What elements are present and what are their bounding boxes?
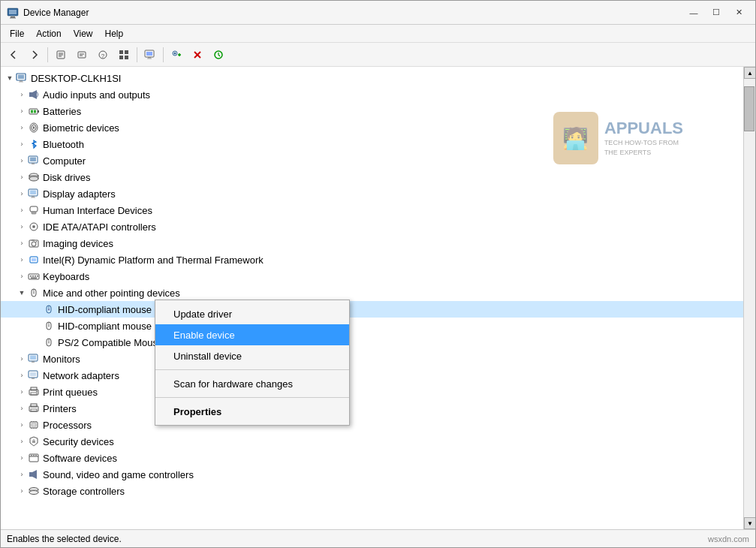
remove-button[interactable] [188, 45, 207, 65]
svg-rect-62 [32, 258, 36, 261]
minimize-button[interactable]: — [683, 5, 704, 21]
add-button[interactable] [167, 45, 186, 65]
svg-point-47 [29, 176, 38, 181]
ctx-update-driver[interactable]: Update driver [155, 303, 349, 324]
tree-item-hid-mouse-2[interactable]: HID-compliant mouse [1, 318, 743, 334]
security-icon [28, 435, 40, 447]
tree-panel[interactable]: ▼ DESKTOP-CLKH1SI › Audio [1, 67, 743, 529]
tree-item-computer[interactable]: › Computer [1, 152, 743, 169]
svg-marker-33 [32, 90, 37, 99]
hid-mouse1-expand [31, 303, 43, 315]
window-controls: — ☐ ✕ [683, 5, 749, 21]
menu-action[interactable]: Action [30, 25, 67, 42]
monitor-button[interactable] [140, 45, 160, 65]
ctx-separator-2 [155, 397, 349, 398]
tree-item-mice[interactable]: ▼ Mice and other pointing devices [1, 285, 743, 301]
svg-rect-83 [32, 362, 35, 363]
svg-point-74 [48, 309, 50, 311]
svg-rect-109 [29, 472, 32, 477]
menu-help[interactable]: Help [99, 25, 130, 42]
ps2-icon [43, 336, 55, 348]
tree-item-printq[interactable]: › Print queues [1, 384, 743, 400]
svg-rect-35 [38, 110, 39, 113]
svg-rect-65 [32, 276, 34, 277]
scroll-down-btn[interactable]: ▼ [744, 517, 755, 529]
mice-expand: ▼ [16, 287, 28, 299]
disk-label: Disk drives [43, 172, 91, 183]
keyboards-label: Keyboards [43, 271, 89, 282]
svg-rect-44 [32, 164, 35, 164]
svg-rect-1 [9, 10, 17, 14]
view-button[interactable] [114, 45, 134, 65]
tree-item-software[interactable]: › Software devices [1, 450, 743, 466]
tree-item-hid[interactable]: › Human Interface Devices [1, 202, 743, 218]
tree-item-audio[interactable]: › Audio inputs and outputs [1, 86, 743, 103]
storage-icon [28, 485, 40, 497]
maximize-button[interactable]: ☐ [706, 5, 727, 21]
display-label: Display adapters [43, 188, 116, 200]
tree-item-sound[interactable]: › Sound, video and game controllers [1, 466, 743, 483]
scan-button[interactable] [209, 45, 228, 65]
tree-item-ide[interactable]: › IDE ATA/ATAPI controllers [1, 218, 743, 235]
scrollbar[interactable]: ▲ ▼ [743, 67, 755, 529]
tree-item-intel[interactable]: › Intel(R) Dynamic Platform and Thermal … [1, 251, 743, 268]
svg-point-80 [48, 342, 50, 344]
svg-rect-19 [148, 57, 151, 59]
software-label: Software devices [43, 453, 117, 464]
biometric-expand: › [16, 122, 28, 134]
tree-item-monitors[interactable]: › Monitors [1, 351, 743, 367]
display-icon [28, 188, 40, 200]
ctx-enable-device[interactable]: Enable device [155, 324, 349, 345]
ps2-label: PS/2 Compatible Mouse [58, 337, 163, 348]
tree-item-display[interactable]: › Display adapters [1, 185, 743, 202]
audio-label: Audio inputs and outputs [43, 89, 150, 101]
menu-file[interactable]: File [4, 25, 30, 42]
update-driver-button[interactable] [72, 45, 92, 65]
svg-point-40 [33, 126, 35, 129]
close-button[interactable]: ✕ [728, 5, 749, 21]
tree-item-network[interactable]: › Network adapters [1, 367, 743, 384]
software-icon [28, 452, 40, 464]
biometric-label: Biometric devices [43, 122, 119, 134]
tree-item-batteries[interactable]: › Batteries [1, 103, 743, 119]
back-button[interactable] [4, 45, 23, 65]
tree-item-storage[interactable]: › Storage controllers [1, 483, 743, 499]
tree-item-imaging[interactable]: › Imaging devices [1, 235, 743, 251]
svg-point-22 [174, 52, 176, 54]
help-button[interactable]: ? [93, 45, 113, 65]
tree-item-keyboards[interactable]: › Keyboards [1, 268, 743, 285]
processors-icon [28, 419, 40, 431]
properties-button[interactable] [51, 45, 71, 65]
svg-rect-64 [30, 276, 32, 277]
tree-item-ps2[interactable]: PS/2 Compatible Mouse [1, 334, 743, 351]
hid-label: Human Interface Devices [43, 205, 152, 216]
network-icon [28, 369, 40, 381]
sound-expand: › [16, 468, 28, 480]
ctx-scan-hardware[interactable]: Scan for hardware changes [155, 373, 349, 394]
tree-item-printers[interactable]: › Printers [1, 400, 743, 417]
svg-point-60 [36, 241, 38, 242]
tree-item-bluetooth[interactable]: › Bluetooth [1, 136, 743, 152]
tree-root[interactable]: ▼ DESKTOP-CLKH1SI [1, 70, 743, 86]
intel-icon [28, 254, 40, 266]
audio-icon [28, 89, 40, 101]
security-expand: › [16, 435, 28, 447]
toolbar-sep-3 [163, 47, 164, 62]
svg-rect-36 [31, 110, 33, 113]
display-expand: › [16, 188, 28, 200]
tree-item-biometric[interactable]: › Biometric devices [1, 119, 743, 136]
tree-item-processors[interactable]: › Processors [1, 417, 743, 433]
tree-item-disk[interactable]: › Disk drives [1, 169, 743, 185]
scroll-thumb[interactable] [744, 86, 754, 131]
scroll-up-btn[interactable]: ▲ [744, 67, 755, 79]
tree-item-hid-mouse-1[interactable]: HID-compliant mouse [1, 301, 743, 318]
ctx-uninstall-device[interactable]: Uninstall device [155, 345, 349, 366]
ctx-properties[interactable]: Properties [155, 401, 349, 422]
svg-rect-37 [34, 110, 36, 113]
storage-expand: › [16, 485, 28, 497]
menu-view[interactable]: View [68, 25, 99, 42]
svg-rect-3 [10, 17, 16, 18]
tree-item-security[interactable]: › Security devices [1, 433, 743, 450]
forward-button[interactable] [25, 45, 44, 65]
ide-label: IDE ATA/ATAPI controllers [43, 221, 156, 233]
